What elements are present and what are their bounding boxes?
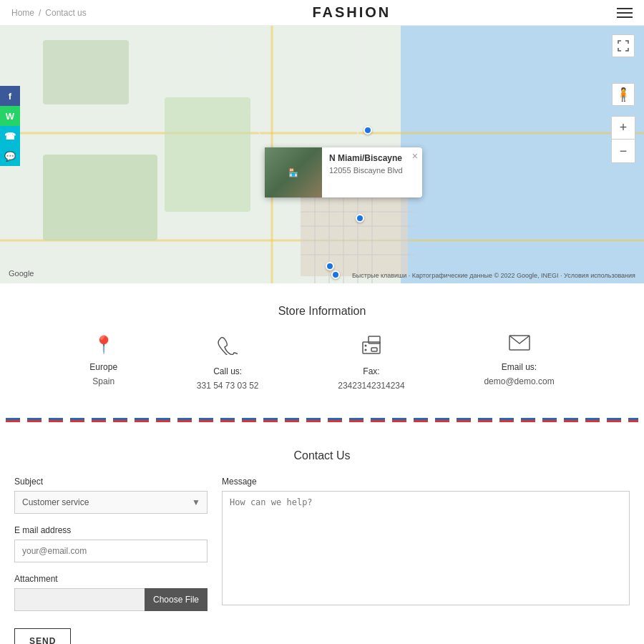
file-input-wrapper: Choose File <box>14 588 208 611</box>
map-controls: 🧍 + − <box>611 34 635 163</box>
message-label: Message <box>222 477 630 487</box>
message-textarea[interactable] <box>222 491 630 605</box>
breadcrumb: Home / Contact us <box>11 8 87 18</box>
divider-inner-1 <box>6 418 638 422</box>
chat-button[interactable]: 💬 <box>0 146 20 166</box>
map-pin-2[interactable] <box>356 214 364 223</box>
subject-label: Subject <box>14 477 208 487</box>
breadcrumb-contact[interactable]: Contact us <box>45 8 86 18</box>
svg-rect-9 <box>43 40 129 104</box>
svg-rect-1 <box>401 26 644 283</box>
store-info-section: Store Information 📍 Europe Spain Call us… <box>0 283 644 405</box>
map-zoom-in-button[interactable]: + <box>612 117 635 140</box>
email-input[interactable] <box>14 540 208 562</box>
contact-title: Contact Us <box>14 449 630 462</box>
map-fullscreen-button[interactable] <box>612 34 635 57</box>
subject-select-wrapper: Customer service Order inquiry Technical… <box>14 491 208 514</box>
info-phone-label: Call us: <box>213 366 242 376</box>
map-popup-close-button[interactable]: × <box>412 150 418 162</box>
map-pin-1[interactable] <box>364 126 372 135</box>
info-fax: Fax: 23423142314234 <box>338 335 404 391</box>
info-location-line2: Spain <box>92 376 114 386</box>
info-email-label: Email us: <box>502 362 537 372</box>
form-left-column: Subject Customer service Order inquiry T… <box>14 477 208 644</box>
divider-1 <box>0 416 644 424</box>
facebook-button[interactable]: f <box>0 86 20 106</box>
info-fax-value: 23423142314234 <box>338 381 404 391</box>
fax-icon <box>361 335 381 359</box>
subject-group: Subject Customer service Order inquiry T… <box>14 477 208 514</box>
map-popup-info: N Miami/Biscayne 12055 Biscayne Blvd <box>322 147 422 197</box>
attachment-label: Attachment <box>14 574 208 584</box>
svg-point-26 <box>364 349 366 351</box>
form-right-column: Message <box>222 477 630 644</box>
map-container: 🏪 N Miami/Biscayne 12055 Biscayne Blvd ×… <box>0 26 644 283</box>
info-email: Email us: demo@demo.com <box>484 335 554 386</box>
store-info-title: Store Information <box>14 305 630 318</box>
info-location-line1: Europe <box>89 362 117 372</box>
menu-line-3 <box>617 16 633 18</box>
phone-button[interactable]: ☎ <box>0 126 20 146</box>
map-footer-text: Быстрые клавиши · Картографические данны… <box>352 272 635 279</box>
breadcrumb-home[interactable]: Home <box>11 8 34 18</box>
map-popup-title: N Miami/Biscayne <box>329 153 415 163</box>
email-icon <box>509 335 530 355</box>
info-phone-value: 331 54 73 03 52 <box>197 381 259 391</box>
email-label: E mail address <box>14 525 208 535</box>
subject-select[interactable]: Customer service Order inquiry Technical… <box>14 491 208 514</box>
map-zoom-controls: + − <box>611 116 635 163</box>
contact-section: Contact Us Subject Customer service Orde… <box>0 435 644 644</box>
info-grid: 📍 Europe Spain Call us: 331 54 73 03 52 <box>50 335 594 391</box>
google-logo: Google <box>9 269 34 278</box>
map-streetview-button[interactable]: 🧍 <box>612 83 635 106</box>
send-button[interactable]: SEND <box>14 628 71 644</box>
svg-point-25 <box>364 345 366 347</box>
info-location: 📍 Europe Spain <box>89 335 117 386</box>
map-pin-3[interactable] <box>326 262 334 270</box>
menu-line-1 <box>617 8 633 9</box>
svg-rect-24 <box>371 348 377 351</box>
menu-line-2 <box>617 12 633 14</box>
contact-form: Subject Customer service Order inquiry T… <box>14 477 630 644</box>
breadcrumb-separator: / <box>39 8 41 18</box>
header: Home / Contact us FASHION <box>0 0 644 26</box>
info-phone: Call us: 331 54 73 03 52 <box>197 335 259 391</box>
svg-rect-7 <box>43 155 157 240</box>
message-group: Message <box>222 477 630 605</box>
location-icon: 📍 <box>93 335 114 355</box>
map-popup: 🏪 N Miami/Biscayne 12055 Biscayne Blvd × <box>265 147 422 197</box>
info-email-value: demo@demo.com <box>484 376 554 386</box>
social-sidebar: f W ☎ 💬 <box>0 86 20 166</box>
site-logo[interactable]: FASHION <box>312 4 391 21</box>
info-fax-label: Fax: <box>363 366 379 376</box>
hamburger-menu-button[interactable] <box>617 8 633 18</box>
map-popup-image: 🏪 <box>265 147 322 197</box>
file-input-display <box>14 588 145 611</box>
map-pin-4[interactable] <box>331 270 340 279</box>
svg-rect-8 <box>165 97 250 212</box>
phone-icon <box>218 335 238 359</box>
map-zoom-out-button[interactable]: − <box>612 140 635 162</box>
attachment-group: Attachment Choose File <box>14 574 208 611</box>
whatsapp-button[interactable]: W <box>0 106 20 126</box>
map-popup-address: 12055 Biscayne Blvd <box>329 166 415 175</box>
email-group: E mail address <box>14 525 208 562</box>
file-choose-button[interactable]: Choose File <box>145 588 208 611</box>
